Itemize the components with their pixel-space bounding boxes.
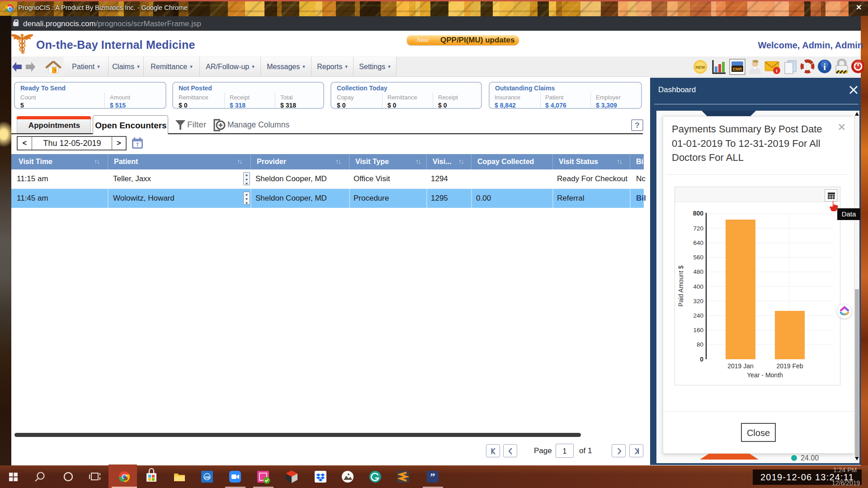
svg-text:T: T <box>136 142 139 147</box>
svg-text:Paid Amount $: Paid Amount $ <box>677 265 684 306</box>
svg-text:320: 320 <box>693 298 703 305</box>
svg-text:720: 720 <box>693 225 703 232</box>
svg-text:EMR: EMR <box>733 67 742 71</box>
svg-text:640: 640 <box>693 239 703 246</box>
svg-text:i: i <box>776 68 777 73</box>
svg-text:0: 0 <box>700 356 703 363</box>
svg-text:NEW: NEW <box>696 65 706 70</box>
svg-text:GB: GB <box>204 475 210 479</box>
svg-text:80: 80 <box>697 341 703 348</box>
svg-text:160: 160 <box>693 327 703 333</box>
svg-text:”: ” <box>430 471 435 482</box>
svg-text:2019 Feb: 2019 Feb <box>776 362 803 370</box>
svg-text:400: 400 <box>693 283 703 290</box>
svg-text:560: 560 <box>693 254 703 261</box>
svg-text:i: i <box>823 62 826 72</box>
svg-text:800: 800 <box>693 210 704 217</box>
svg-text:2019 Jan: 2019 Jan <box>727 362 754 370</box>
svg-text:480: 480 <box>693 268 703 275</box>
svg-text:240: 240 <box>693 312 703 319</box>
svg-text:Year - Month: Year - Month <box>747 371 783 379</box>
